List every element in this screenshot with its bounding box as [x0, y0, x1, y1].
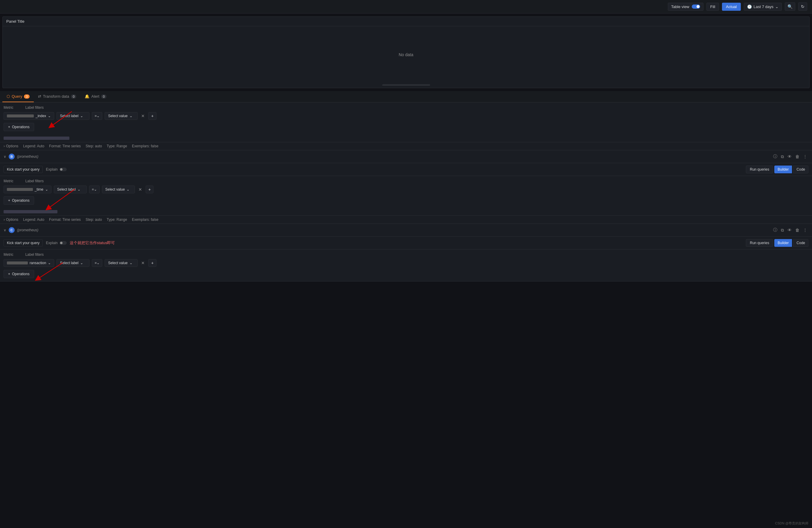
query-b-remove-filter[interactable]: ✕ [137, 186, 143, 193]
query-b-delete[interactable]: 🗑 [794, 153, 801, 160]
query-b-hide[interactable]: 👁 [786, 153, 793, 160]
query-c-copy[interactable]: ⧉ [780, 226, 785, 234]
query-c-operator[interactable]: = ⌄ [92, 259, 102, 267]
query-b-text [0, 208, 812, 215]
query-c-collapse[interactable]: ∨ [4, 228, 6, 232]
query-a-metric-select[interactable]: _index ⌄ [4, 112, 54, 120]
query-c-value-select[interactable]: Select value ⌄ [105, 259, 137, 267]
query-c-delete[interactable]: 🗑 [794, 226, 801, 234]
query-b-operator[interactable]: = ⌄ [89, 185, 100, 193]
chevron-b-val: ⌄ [127, 187, 130, 192]
query-a-inputs: _index ⌄ Select label ⌄ = ⌄ Select value… [4, 112, 808, 120]
query-b-add-filter[interactable]: + [146, 185, 154, 193]
chevron-a-val: ⌄ [130, 114, 132, 118]
query-b-code[interactable]: Code [793, 166, 808, 173]
query-b-metric-row: Metric Label filters _time ⌄ Select labe… [0, 176, 812, 196]
query-b-label-select[interactable]: Select label ⌄ [54, 185, 87, 193]
query-b-header: ∨ B (prometheus) ⓘ ⧉ 👁 🗑 ⋮ [0, 150, 812, 163]
query-a-format: Format: Time series [49, 144, 81, 148]
time-range-button[interactable]: 🕐 Last 7 days ⌄ [744, 3, 782, 11]
query-a-add-filter[interactable]: + [148, 112, 156, 120]
query-b-explain-toggle[interactable] [59, 168, 67, 171]
tab-query[interactable]: ⬡ Query 3 [2, 91, 34, 102]
query-c-hide[interactable]: 👁 [786, 226, 793, 234]
query-b-kickstart[interactable]: Kick start your query [4, 166, 43, 173]
query-c-run[interactable]: Run queries [746, 239, 773, 247]
query-b-explain-label: Explain [46, 167, 57, 171]
actual-button[interactable]: Actual [722, 3, 740, 11]
table-view-toggle-dot[interactable] [692, 4, 700, 9]
chevron-a-label: ⌄ [80, 114, 83, 118]
chevron-c-val: ⌄ [130, 261, 132, 265]
query-b-info[interactable]: ⓘ [772, 153, 779, 161]
query-a-label-select[interactable]: Select label ⌄ [57, 112, 89, 120]
chevron-options-a: › [4, 144, 5, 148]
refresh-icon: ↻ [801, 4, 804, 9]
query-c-add-filter[interactable]: + [148, 259, 156, 267]
query-a-legend: Legend: Auto [23, 144, 44, 148]
query-c-select-value-text: Select value [108, 261, 127, 265]
query-a-metric-suffix: _index [35, 114, 46, 118]
query-a-filter-label: Label filters [26, 105, 44, 110]
query-a-value-select[interactable]: Select value ⌄ [105, 112, 137, 120]
query-b-builder[interactable]: Builder [774, 166, 792, 173]
query-a-remove-filter[interactable]: ✕ [140, 112, 146, 120]
chevron-b-label: ⌄ [77, 187, 81, 192]
tab-alert[interactable]: 🔔 Alert 0 [81, 91, 111, 102]
query-b-metric-suffix: _time [35, 187, 43, 192]
chevron-c-op: ⌄ [97, 261, 100, 265]
db-icon: ⬡ [6, 94, 10, 99]
query-c-metric-select[interactable]: ransaction ⌄ [4, 259, 54, 267]
query-a-operator[interactable]: = ⌄ [92, 112, 102, 120]
scrollbar-track[interactable] [382, 84, 430, 86]
query-b-copy[interactable]: ⧉ [780, 153, 785, 161]
query-section-a: Metric Label filters _index ⌄ Select lab… [0, 103, 812, 150]
fill-button[interactable]: Fill [707, 3, 719, 11]
query-c-info[interactable]: ⓘ [772, 226, 779, 234]
query-c-controls-left: Kick start your query Explain 这个就把它当作sta… [4, 239, 115, 246]
query-b-operations-button[interactable]: + Operations [4, 196, 34, 205]
query-b-metric-select[interactable]: _time ⌄ [4, 185, 52, 193]
query-a-type: Type: Range [107, 144, 127, 148]
query-c-label-select[interactable]: Select label ⌄ [57, 259, 89, 267]
tab-transform-badge: 0 [71, 94, 76, 99]
query-c-builder[interactable]: Builder [774, 239, 792, 247]
query-b-datasource: (prometheus) [17, 154, 38, 159]
query-b-select-value-text: Select value [105, 187, 125, 192]
query-c-explain-toggle[interactable] [59, 241, 67, 245]
query-b-inputs: _time ⌄ Select label ⌄ = ⌄ Select value … [4, 185, 808, 193]
query-b-options-toggle[interactable]: › Options [4, 217, 18, 222]
tab-query-badge: 3 [24, 94, 29, 99]
query-a-options-toggle[interactable]: › Options [4, 144, 18, 148]
query-c-filter-label: Label filters [26, 253, 44, 257]
table-view-toggle[interactable]: Table view [668, 3, 704, 11]
query-section-b: ∨ B (prometheus) ⓘ ⧉ 👁 🗑 ⋮ Kick start yo… [0, 150, 812, 224]
query-c-metric-suffix: ransaction [30, 261, 46, 265]
query-b-run[interactable]: Run queries [746, 166, 773, 173]
query-a-options-label: Options [6, 144, 18, 148]
query-c-code[interactable]: Code [793, 239, 808, 247]
query-c-remove-filter[interactable]: ✕ [140, 259, 146, 267]
query-c-operations-button[interactable]: + Operations [4, 270, 34, 278]
query-c-more[interactable]: ⋮ [802, 226, 808, 234]
query-b-step: Step: auto [86, 217, 102, 222]
query-c: ∨ C (prometheus) ⓘ ⧉ 👁 🗑 ⋮ Kick start yo… [0, 224, 812, 282]
zoom-button[interactable]: 🔍 [785, 2, 795, 11]
query-a-operations-button[interactable]: + Operations [4, 123, 34, 131]
query-b-options-label: Options [6, 217, 18, 222]
query-b-letter: B [9, 154, 15, 160]
tab-transform[interactable]: ⇄ Transform data 0 [34, 91, 81, 102]
query-b-value-select[interactable]: Select value ⌄ [102, 185, 135, 193]
query-b-collapse[interactable]: ∨ [4, 154, 6, 159]
plus-icon-c: + [8, 272, 10, 276]
query-b-more[interactable]: ⋮ [802, 153, 808, 160]
query-c-header-left: ∨ C (prometheus) [4, 227, 38, 233]
query-c-metric-row: Metric Label filters ransaction ⌄ Select… [0, 250, 812, 270]
query-c-labels: Metric Label filters [4, 253, 808, 257]
query-c-header-right: ⓘ ⧉ 👁 🗑 ⋮ [772, 226, 808, 234]
query-c-explain-label: Explain [46, 241, 57, 245]
tab-alert-badge: 0 [101, 94, 106, 99]
refresh-button[interactable]: ↻ [798, 2, 807, 11]
panel-title: Panel Title [3, 17, 809, 26]
query-c-kickstart[interactable]: Kick start your query [4, 239, 43, 246]
